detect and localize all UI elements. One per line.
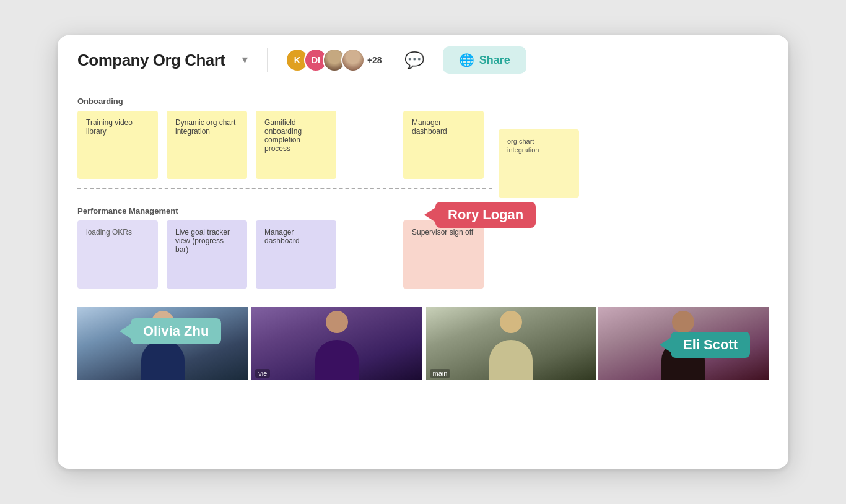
card-dynamic-org[interactable]: Dynamic org chart integration <box>167 111 247 179</box>
card-supervisor-signoff[interactable]: Supervisor sign off <box>403 220 484 289</box>
video-cell-3: main <box>426 307 598 380</box>
onboarding-label: Onboarding <box>77 85 769 111</box>
share-label: Share <box>479 54 510 67</box>
card-org-chart-right[interactable]: org chartintegration <box>499 129 579 198</box>
header-divider <box>267 48 268 72</box>
card-text: Gamifield onboarding completion process <box>264 118 302 153</box>
eli-name: Eli Scott <box>683 337 738 353</box>
onboarding-cards-row: Training video library Dynamic org chart… <box>77 111 769 179</box>
globe-icon: 🌐 <box>459 53 474 67</box>
card-text: Dynamic org chart integration <box>175 118 235 136</box>
card-loading-okrs[interactable]: loading OKRs <box>77 220 158 289</box>
video-label-main: main <box>430 369 451 378</box>
page-title: Company Org Chart <box>77 51 225 70</box>
video-label-vie: vie <box>255 369 270 378</box>
card-text: Supervisor sign off <box>412 228 473 237</box>
card-text: org chartintegration <box>507 137 539 154</box>
section-divider <box>77 188 492 189</box>
header: Company Org Chart ▼ K DI +28 💬 🌐 Share <box>58 35 788 85</box>
performance-cards-row: loading OKRs Live goal tracker view (pro… <box>77 220 769 289</box>
section-performance: Performance Management loading OKRs Live… <box>77 195 769 289</box>
dropdown-arrow-icon[interactable]: ▼ <box>240 54 250 66</box>
card-text: loading OKRs <box>86 228 132 237</box>
card-text: Live goal tracker view (progress bar) <box>175 228 230 254</box>
avatar-photo-2 <box>341 48 365 72</box>
card-live-goal-tracker[interactable]: Live goal tracker view (progress bar) <box>167 220 247 289</box>
eli-scott-tag: Eli Scott <box>671 332 750 358</box>
performance-label: Performance Management <box>77 195 769 220</box>
card-gamifield[interactable]: Gamifield onboarding completion process <box>256 111 336 179</box>
rory-logan-tag: Rory Logan <box>435 202 536 228</box>
main-content: Onboarding Training video library Dynami… <box>58 85 788 393</box>
rory-name: Rory Logan <box>448 207 523 223</box>
avatar-count: +28 <box>367 55 382 65</box>
device-frame: Company Org Chart ▼ K DI +28 💬 🌐 Share O… <box>58 35 788 469</box>
share-button[interactable]: 🌐 Share <box>443 46 526 74</box>
card-text: Manager dashboard <box>412 118 447 136</box>
olivia-zhu-tag: Olivia Zhu <box>131 318 221 344</box>
card-manager-dashboard-perf[interactable]: Manager dashboard <box>256 220 336 289</box>
card-training-video[interactable]: Training video library <box>77 111 158 179</box>
card-manager-dashboard-onboarding[interactable]: Manager dashboard <box>403 111 484 179</box>
card-text: Manager dashboard <box>264 228 300 245</box>
video-cell-2: vie <box>251 307 424 380</box>
comment-icon[interactable]: 💬 <box>404 51 424 70</box>
section-onboarding: Onboarding Training video library Dynami… <box>77 85 769 179</box>
olivia-name: Olivia Zhu <box>143 323 209 339</box>
card-text: Training video library <box>86 118 133 136</box>
avatar-group: K DI +28 <box>286 48 382 72</box>
